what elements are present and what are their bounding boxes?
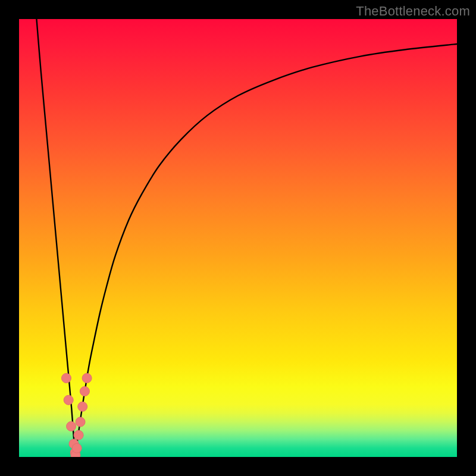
data-marker	[82, 374, 92, 383]
data-marker	[67, 421, 76, 431]
data-marker	[61, 374, 71, 383]
data-marker-group	[61, 374, 92, 457]
curve-right-branch	[75, 44, 457, 457]
data-marker	[74, 430, 83, 440]
data-marker	[80, 387, 89, 396]
chart-svg	[19, 19, 457, 457]
bottleneck-curve	[36, 19, 457, 457]
data-marker	[78, 402, 87, 411]
plot-area	[19, 19, 457, 457]
data-marker	[76, 417, 85, 427]
data-marker	[64, 395, 73, 405]
curve-left-branch	[36, 19, 75, 457]
watermark-text: TheBottleneck.com	[356, 4, 470, 19]
data-marker	[72, 443, 82, 453]
chart-frame: TheBottleneck.com	[0, 0, 476, 476]
